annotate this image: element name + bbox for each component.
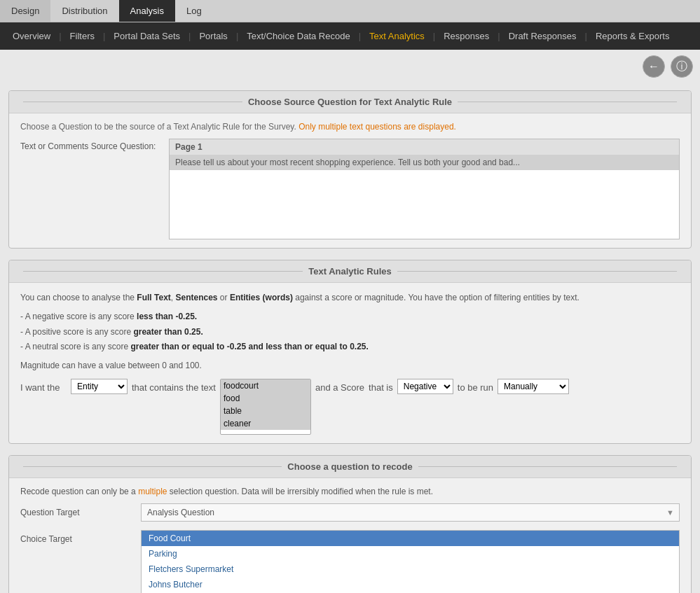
to-be-run-text: to be run (458, 379, 493, 397)
sep-4: | (235, 31, 240, 41)
that-is-text: that is (369, 379, 393, 397)
choice-target-control: Food Court Parking Fletchers Supermarket… (141, 530, 680, 593)
info-button[interactable]: ⓘ (671, 55, 693, 78)
rules-body: You can choose to analyse the Full Text,… (9, 283, 691, 443)
toolbar-row: ← ⓘ (0, 50, 700, 83)
header-line-right (458, 102, 677, 102)
source-question-section: Choose Source Question for Text Analytic… (8, 90, 692, 249)
choice-item-3[interactable]: Johns Butcher (142, 577, 679, 592)
sep-6: | (432, 31, 437, 41)
recode-header-line-left (23, 466, 282, 467)
entity-select[interactable]: EntitySentenceFull Text (71, 379, 128, 394)
tab-log[interactable]: Log (175, 0, 213, 22)
source-question-title: Choose Source Question for Text Analytic… (248, 97, 452, 107)
sep-1: | (57, 31, 62, 41)
choice-item-0[interactable]: Food Court (142, 531, 679, 546)
choice-list-container: Food Court Parking Fletchers Supermarket… (141, 530, 680, 593)
source-question-body: Choose a Question to be the source of a … (9, 113, 691, 248)
question-target-select[interactable]: Analysis Question (141, 503, 680, 522)
rules-title: Text Analytic Rules (308, 266, 391, 277)
source-layout: Text or Comments Source Question: Page 1… (20, 139, 680, 239)
top-tabs: Design Distribution Analysis Log (0, 0, 700, 22)
sep-8: | (584, 31, 589, 41)
rules-desc-1: You can choose to analyse the (20, 293, 135, 302)
rules-entities: Entities (words) (230, 293, 293, 302)
rule-builder: I want the EntitySentenceFull Text that … (20, 379, 680, 435)
subnav-responses[interactable]: Responses (437, 22, 496, 50)
source-question-list[interactable]: Please tell us about your most recent sh… (170, 155, 679, 239)
source-label: Text or Comments Source Question: (20, 139, 160, 239)
choice-target-row: Choice Target Food Court Parking Fletche… (20, 530, 680, 593)
source-list-item[interactable]: Please tell us about your most recent sh… (170, 155, 679, 170)
contains-text-label: that contains the text (132, 379, 216, 397)
rules-magnitude: Magnitude can have a value between 0 and… (20, 361, 680, 370)
choice-list[interactable]: Food Court Parking Fletchers Supermarket… (142, 531, 679, 593)
score-type-select[interactable]: NegativePositiveNeutral (397, 379, 453, 394)
rules-header-line-right (397, 271, 677, 272)
back-button[interactable]: ← (643, 55, 665, 78)
i-want-text: I want the (20, 379, 60, 397)
run-mode-select[interactable]: ManuallyAutomatically (497, 379, 569, 394)
source-desc-text: Choose a Question to be the source of a … (20, 122, 296, 132)
tab-analysis[interactable]: Analysis (119, 0, 175, 22)
tab-distribution[interactable]: Distribution (50, 0, 118, 22)
subnav-text-analytics[interactable]: Text Analytics (362, 22, 432, 50)
question-target-wrapper: Analysis Question (141, 503, 680, 522)
source-list-container: Page 1 Please tell us about your most re… (169, 139, 680, 239)
rules-bullets: - A negative score is any score less tha… (20, 309, 680, 355)
subnav-portals[interactable]: Portals (192, 22, 234, 50)
sep-7: | (496, 31, 501, 41)
bullet-2: - A positive score is any score greater … (20, 325, 680, 340)
recode-desc-2: selection question. Data will be irrersi… (170, 487, 433, 496)
subnav-reports-exports[interactable]: Reports & Exports (589, 22, 677, 50)
source-desc: Choose a Question to be the source of a … (20, 122, 680, 132)
recode-header-line-right (418, 466, 677, 467)
sep-3: | (187, 31, 192, 41)
recode-title: Choose a question to recode (287, 461, 412, 472)
bullet-1: - A negative score is any score less tha… (20, 309, 680, 325)
question-target-label: Question Target (20, 503, 132, 517)
sep-5: | (357, 31, 362, 41)
recode-multiple-text: multiple (138, 487, 167, 496)
subnav-text-choice[interactable]: Text/Choice Data Recode (240, 22, 357, 50)
text-analytic-rules-section: Text Analytic Rules You can choose to an… (8, 260, 692, 444)
rules-description: You can choose to analyse the Full Text,… (20, 291, 680, 304)
main-content: Choose Source Question for Text Analytic… (0, 83, 700, 593)
question-target-row: Question Target Analysis Question (20, 503, 680, 522)
text-filter-select[interactable]: foodcourtfoodtablecleaner (220, 379, 311, 435)
recode-description: Recode question can only be a multiple s… (20, 487, 680, 496)
recode-body: Recode question can only be a multiple s… (9, 478, 691, 593)
subnav-filters[interactable]: Filters (63, 22, 102, 50)
recode-section: Choose a question to recode Recode quest… (8, 455, 692, 593)
rules-or: or (220, 293, 230, 302)
rules-sentences: Sentences (175, 293, 217, 302)
tab-design[interactable]: Design (0, 0, 50, 22)
sep-2: | (102, 31, 107, 41)
subnav-portal-data-sets[interactable]: Portal Data Sets (107, 22, 187, 50)
source-question-header: Choose Source Question for Text Analytic… (9, 91, 691, 113)
rules-full-text: Full Text (137, 293, 170, 302)
subnav-overview[interactable]: Overview (6, 22, 57, 50)
subnav-draft-responses[interactable]: Draft Responses (502, 22, 584, 50)
choice-item-2[interactable]: Fletchers Supermarket (142, 561, 679, 577)
question-target-control: Analysis Question (141, 503, 680, 522)
bullet-3: - A neutral score is any score greater t… (20, 340, 680, 355)
sub-nav: Overview | Filters | Portal Data Sets | … (0, 22, 700, 50)
source-desc-highlight: Only multiple text questions are display… (298, 122, 456, 132)
and-a-score-text: and a Score (315, 379, 364, 397)
rules-header-line-left (23, 271, 303, 272)
choice-item-1[interactable]: Parking (142, 546, 679, 561)
recode-desc-1: Recode question can only be a (20, 487, 136, 496)
page-label: Page 1 (170, 139, 679, 155)
header-line-left (23, 102, 242, 102)
rules-desc-4: against a score or magnitude. You have t… (295, 293, 579, 302)
choice-target-label: Choice Target (20, 530, 132, 544)
rules-header: Text Analytic Rules (9, 260, 691, 283)
recode-header: Choose a question to recode (9, 456, 691, 478)
